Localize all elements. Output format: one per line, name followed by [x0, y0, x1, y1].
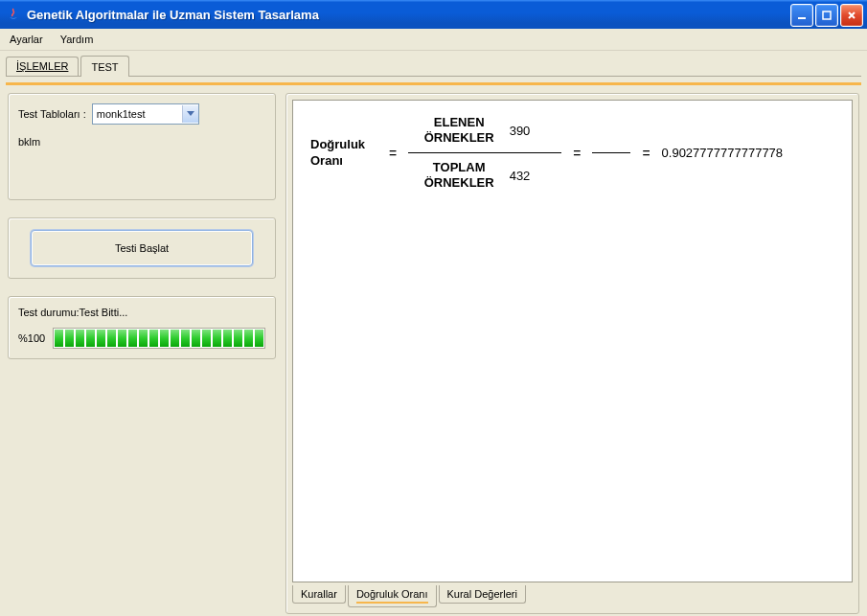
- test-tables-label: Test Tabloları :: [18, 108, 86, 120]
- table-select-box: Test Tabloları : monk1test bklm: [8, 93, 276, 200]
- minimize-button[interactable]: [790, 4, 813, 27]
- tab-underline: [6, 76, 861, 77]
- results-inner-tabs: Kurallar Doğruluk Oranı Kural Değerleri: [292, 582, 853, 607]
- tab-operations[interactable]: İŞLEMLER: [6, 57, 79, 76]
- inner-tab-rule-values-label: Kural Değerleri: [447, 588, 517, 600]
- results-pane: Doğruluk Oranı = ELENEN ÖRNEKLER 390: [285, 93, 859, 614]
- small-fraction-bar: [592, 152, 630, 153]
- close-button[interactable]: [840, 4, 863, 27]
- inner-tab-accuracy-label: Doğruluk Oranı: [356, 588, 428, 600]
- inner-tab-accuracy[interactable]: Doğruluk Oranı: [348, 585, 437, 607]
- results-canvas: Doğruluk Oranı = ELENEN ÖRNEKLER 390: [292, 100, 853, 582]
- denominator-label-l2: ÖRNEKLER: [424, 175, 494, 190]
- menu-help[interactable]: Yardım: [55, 32, 100, 47]
- title-bar: Genetik Algoritmalar ile Uzman Sistem Ta…: [0, 0, 867, 29]
- menu-settings[interactable]: Ayarlar: [4, 32, 49, 47]
- tab-test[interactable]: TEST: [80, 56, 128, 77]
- start-test-box: Testi Başlat: [8, 217, 276, 279]
- lhs-line2: Oranı: [310, 153, 343, 168]
- main-tab-strip: İŞLEMLER TEST: [0, 51, 867, 76]
- maximize-button[interactable]: [815, 4, 838, 27]
- accuracy-result: 0.9027777777777778: [662, 146, 784, 160]
- equals-3: =: [642, 146, 650, 161]
- denominator-label-l1: TOPLAM: [433, 160, 486, 174]
- status-box: Test durumu:Test Bitti... %100: [8, 296, 276, 359]
- content-area: Test Tabloları : monk1test bklm Testi Ba…: [0, 85, 867, 616]
- progress-percent: %100: [18, 332, 45, 344]
- tab-operations-label: İŞLEMLER: [16, 60, 68, 72]
- denominator-value: 432: [510, 169, 546, 183]
- test-tables-selected: monk1test: [93, 108, 182, 120]
- menu-bar: Ayarlar Yardım: [0, 29, 867, 51]
- lhs-line1: Doğruluk: [310, 137, 365, 151]
- equals-1: =: [389, 146, 397, 161]
- equals-2: =: [573, 146, 581, 161]
- start-test-label: Testi Başlat: [115, 242, 169, 254]
- inner-tab-rules[interactable]: Kurallar: [292, 585, 346, 604]
- inner-tab-rules-label: Kurallar: [301, 588, 337, 600]
- extra-text: bklm: [18, 136, 265, 148]
- numerator-label-l2: ÖRNEKLER: [424, 130, 494, 145]
- test-tables-combo[interactable]: monk1test: [92, 103, 199, 125]
- svg-rect-1: [823, 11, 831, 19]
- test-status-label: Test durumu:Test Bitti...: [18, 307, 265, 318]
- accuracy-formula: Doğruluk Oranı = ELENEN ÖRNEKLER 390: [310, 114, 834, 192]
- window-title: Genetik Algoritmalar ile Uzman Sistem Ta…: [27, 8, 319, 22]
- progress-bar: [53, 328, 265, 349]
- svg-rect-0: [798, 17, 806, 19]
- main-fraction: ELENEN ÖRNEKLER 390 TOPLAM ÖRNEKLER 432: [408, 114, 561, 192]
- left-column: Test Tabloları : monk1test bklm Testi Ba…: [8, 93, 276, 614]
- tab-test-label: TEST: [91, 61, 118, 73]
- java-icon: [6, 7, 21, 22]
- inner-tab-rule-values[interactable]: Kural Değerleri: [439, 585, 526, 604]
- numerator-value: 390: [510, 124, 546, 138]
- start-test-button[interactable]: Testi Başlat: [31, 230, 253, 266]
- numerator-label-l1: ELENEN: [434, 115, 485, 129]
- chevron-down-icon: [182, 105, 198, 123]
